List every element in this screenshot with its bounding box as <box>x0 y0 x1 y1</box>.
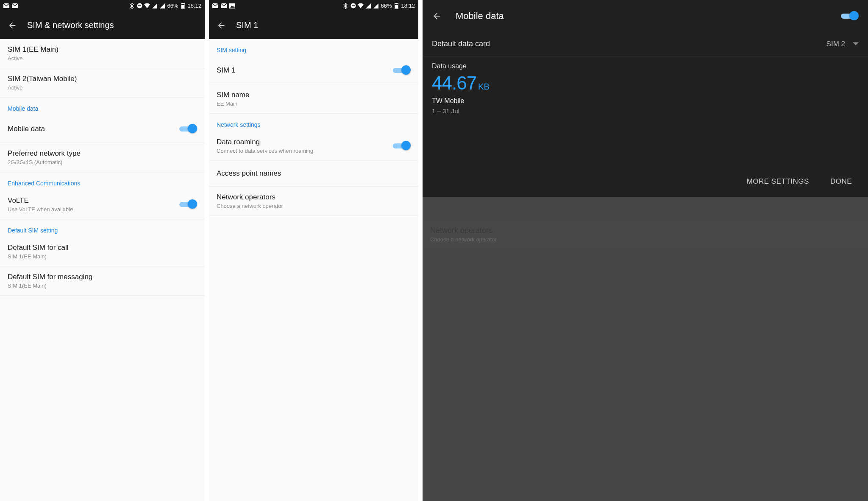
volte-sub: Use VoLTE when available <box>8 206 179 213</box>
data-roaming-row[interactable]: Data roaming Connect to data services wh… <box>209 132 418 161</box>
preferred-network-row[interactable]: Preferred network type 2G/3G/4G (Automat… <box>0 143 205 172</box>
status-bar: 66% 18:12 <box>209 0 418 11</box>
status-bar: 66% 18:12 <box>0 0 205 11</box>
battery-pct: 66% <box>167 3 178 9</box>
sim1-status: Active <box>8 55 197 62</box>
page-title: SIM 1 <box>236 20 258 30</box>
data-usage-range: 1 – 31 Jul <box>432 107 859 115</box>
more-settings-button[interactable]: MORE SETTINGS <box>747 177 809 186</box>
network-operators-row[interactable]: Network operators Choose a network opera… <box>209 187 418 216</box>
data-roaming-label: Data roaming <box>217 138 393 146</box>
gmail-icon <box>12 3 18 9</box>
mobile-data-toggle[interactable] <box>179 124 197 134</box>
data-usage-carrier: TW Mobile <box>432 97 859 105</box>
network-operators-row-bg: Network operators Choose a network opera… <box>423 221 868 248</box>
default-data-card-row[interactable]: Default data card SIM 2 <box>423 32 868 56</box>
app-bar: SIM 1 <box>209 11 418 39</box>
mobile-data-row[interactable]: Mobile data <box>0 115 205 143</box>
data-usage-unit: KB <box>478 82 490 92</box>
svg-rect-12 <box>352 6 355 6</box>
network-operators-sub: Choose a network operator <box>430 236 860 243</box>
done-button[interactable]: DONE <box>830 177 852 186</box>
sim2-row[interactable]: SIM 2(Taiwan Mobile) Active <box>0 68 205 98</box>
back-arrow-icon[interactable] <box>8 21 17 30</box>
svg-rect-3 <box>138 6 141 6</box>
volte-label: VoLTE <box>8 196 179 205</box>
signal-icon <box>159 3 165 9</box>
section-sim-setting: SIM setting <box>209 39 418 57</box>
mobile-data-panel: Mobile data Default data card SIM 2 Data… <box>423 0 868 197</box>
screen-sim1-settings: 66% 18:12 SIM 1 SIM setting SIM 1 SIM na… <box>209 0 418 501</box>
data-roaming-toggle[interactable] <box>393 141 411 151</box>
dnd-icon <box>136 3 142 9</box>
mobile-data-master-toggle[interactable] <box>841 11 859 21</box>
data-roaming-sub: Connect to data services when roaming <box>217 148 393 154</box>
data-usage-amount: 44.67 <box>432 73 476 94</box>
svg-rect-14 <box>396 3 397 4</box>
signal-icon <box>365 3 371 9</box>
screen-mobile-data-overlay: Network operators Choose a network opera… <box>423 0 868 501</box>
wifi-icon <box>144 3 150 9</box>
overlay-actions: MORE SETTINGS DONE <box>423 170 868 197</box>
dnd-icon <box>350 3 356 9</box>
sim-name-row[interactable]: SIM name EE Main <box>209 84 418 114</box>
sim2-label: SIM 2(Taiwan Mobile) <box>8 75 197 83</box>
mobile-data-label: Mobile data <box>8 125 179 133</box>
svg-rect-15 <box>395 5 398 8</box>
sim1-row[interactable]: SIM 1(EE Main) Active <box>0 39 205 68</box>
back-arrow-icon[interactable] <box>432 11 442 21</box>
chevron-down-icon <box>853 41 859 47</box>
sim1-enable-label: SIM 1 <box>217 66 393 75</box>
battery-icon <box>393 3 399 9</box>
preferred-network-label: Preferred network type <box>8 149 197 158</box>
sim2-status: Active <box>8 84 197 91</box>
svg-rect-6 <box>181 5 184 8</box>
network-operators-label: Network operators <box>217 193 411 202</box>
sim1-enable-row[interactable]: SIM 1 <box>209 57 418 84</box>
bluetooth-icon <box>129 3 135 9</box>
screen-sim-network-settings: 66% 18:12 SIM & network settings SIM 1(E… <box>0 0 205 501</box>
signal-icon <box>373 3 379 9</box>
default-sim-msg-row[interactable]: Default SIM for messaging SIM 1(EE Main) <box>0 266 205 296</box>
network-operators-sub: Choose a network operator <box>217 203 411 209</box>
sim1-enable-toggle[interactable] <box>393 65 411 76</box>
gmail-icon <box>212 3 218 9</box>
battery-pct: 66% <box>381 3 392 9</box>
apn-label: Access point names <box>217 169 411 178</box>
clock-text: 18:12 <box>187 3 201 9</box>
volte-row[interactable]: VoLTE Use VoLTE when available <box>0 190 205 219</box>
gmail-icon <box>3 3 9 9</box>
default-data-card-label: Default data card <box>432 39 826 48</box>
section-network-settings: Network settings <box>209 114 418 132</box>
bluetooth-icon <box>342 3 348 9</box>
battery-icon <box>180 3 186 9</box>
page-title: SIM & network settings <box>27 20 114 30</box>
section-mobile-data: Mobile data <box>0 98 205 115</box>
sim1-label: SIM 1(EE Main) <box>8 45 197 54</box>
gmail-icon <box>221 3 227 9</box>
preferred-network-value: 2G/3G/4G (Automatic) <box>8 159 197 165</box>
default-sim-msg-label: Default SIM for messaging <box>8 273 197 281</box>
apn-row[interactable]: Access point names <box>209 161 418 187</box>
default-sim-call-value: SIM 1(EE Main) <box>8 253 197 260</box>
data-usage-label: Data usage <box>432 62 859 70</box>
overlay-app-bar: Mobile data <box>423 0 868 32</box>
default-sim-call-row[interactable]: Default SIM for call SIM 1(EE Main) <box>0 237 205 266</box>
signal-icon <box>152 3 158 9</box>
sim-name-value: EE Main <box>217 101 411 107</box>
volte-toggle[interactable] <box>179 199 197 210</box>
default-data-card-value: SIM 2 <box>826 40 845 48</box>
section-default-sim: Default SIM setting <box>0 219 205 237</box>
sim-name-label: SIM name <box>217 91 411 99</box>
clock-text: 18:12 <box>401 3 415 9</box>
wifi-icon <box>358 3 364 9</box>
app-bar: SIM & network settings <box>0 11 205 39</box>
network-operators-label: Network operators <box>430 226 860 235</box>
data-usage-block[interactable]: Data usage 44.67 KB TW Mobile 1 – 31 Jul <box>423 56 868 119</box>
back-arrow-icon[interactable] <box>217 21 226 30</box>
overlay-title: Mobile data <box>456 11 827 22</box>
settings-list: SIM setting SIM 1 SIM name EE Main Netwo… <box>209 39 418 501</box>
svg-rect-5 <box>182 3 184 4</box>
section-enhanced: Enhanced Communications <box>0 172 205 190</box>
default-sim-call-label: Default SIM for call <box>8 244 197 252</box>
